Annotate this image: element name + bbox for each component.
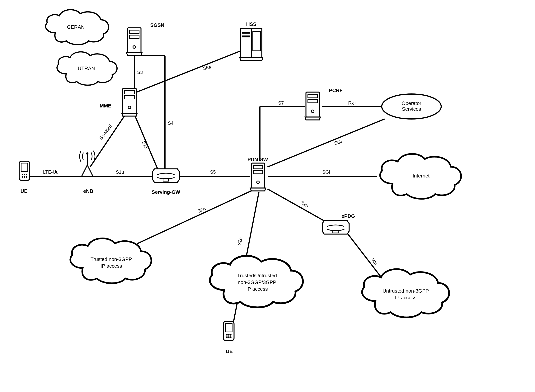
label-pcrf: PCRF [329,88,343,93]
node-hss [240,29,263,61]
label-sgsn: SGSN [150,22,164,28]
link-s2c: S2c [237,237,243,246]
svg-text:non-3GGP/3GPP: non-3GGP/3GPP [238,279,276,285]
label-mme: MME [100,103,112,109]
node-pdngw [250,163,266,191]
link-s3: S3 [137,70,143,75]
node-opserv: Operator Services [382,94,441,119]
svg-line-27 [134,51,241,93]
link-s1u: S1u [116,169,124,175]
link-s11: S11 [141,140,149,150]
node-geran: GERAN [46,10,109,45]
label-ue2: UE [226,348,233,354]
svg-line-32 [268,119,385,167]
node-ue1 [19,161,30,180]
node-epdg [322,221,349,234]
label-sgw: Serving-GW [152,189,180,195]
label-enb: eNB [83,188,93,194]
node-pcrf [305,92,320,120]
svg-text:Trusted non-3GPP: Trusted non-3GPP [91,256,132,262]
label-hss: HSS [246,21,256,27]
link-lteuu: LTE-Uu [43,169,59,175]
label-ue1: UE [21,188,28,194]
link-sgi1: SGi [334,139,342,146]
node-utran: UTRAN [57,52,117,85]
svg-text:Untrusted non-3GPP: Untrusted non-3GPP [382,288,429,294]
node-ue2 [223,321,234,341]
svg-line-37 [347,233,383,279]
link-labels: LTE-Uu S1u S1-MME S11 S3 S4 S6a S5 S7 Rx… [43,64,379,266]
node-mme [122,88,137,116]
node-sgw [153,169,179,182]
svg-text:Operator: Operator [402,100,421,106]
label-pdngw: PDN GW [247,157,268,162]
svg-line-22 [90,114,126,167]
link-s5: S5 [210,169,216,175]
epc-architecture-diagram: LTE-Uu S1u S1-MME S11 S3 S4 S6a S5 S7 Rx… [0,0,535,392]
svg-line-36 [268,189,329,224]
link-s1mme: S1-MME [98,123,113,141]
svg-line-34 [137,190,253,244]
svg-text:IP access: IP access [395,295,416,300]
svg-text:Trusted/Untrusted: Trusted/Untrusted [237,273,277,278]
link-s2b: S2b [300,200,309,208]
node-sgsn [127,28,142,56]
link-rxplus: Rx+ [348,100,356,106]
svg-text:UTRAN: UTRAN [78,65,95,71]
svg-text:IP access: IP access [101,263,122,269]
label-internet: Internet [413,173,430,179]
link-s4: S4 [168,121,173,126]
svg-text:GERAN: GERAN [67,24,85,30]
link-sgi2: SGi [322,169,330,175]
svg-text:Services: Services [402,106,421,112]
label-epdg: ePDG [341,213,355,219]
svg-text:IP access: IP access [246,286,268,292]
link-s7: S7 [278,100,284,106]
